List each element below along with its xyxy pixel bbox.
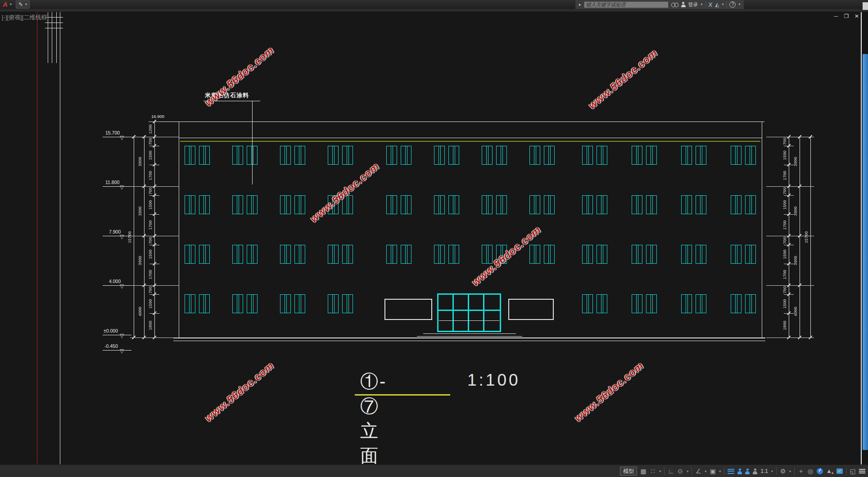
statusbar-divider (664, 467, 665, 475)
grid-fragment-line (45, 22, 63, 23)
infocenter: ▸ 登录 ▾ X ◭ ▾ ? ▾ (575, 0, 744, 9)
search-icon[interactable] (671, 3, 678, 7)
facade-window (597, 195, 607, 214)
drawing-canvas[interactable]: [-][俯视][二维线框] ─ ❐ ✕ 16.90015.700▽11.800▽… (0, 12, 863, 464)
graphics-performance[interactable] (817, 468, 823, 474)
object-snap-tracking-toggle-caret-icon[interactable]: ▾ (705, 469, 706, 473)
facade-window (482, 146, 493, 165)
entrance-transom (439, 310, 500, 311)
facade-window (294, 245, 305, 264)
polar-tracking-toggle-icon[interactable]: ⊙ (677, 467, 683, 476)
dimension-extension-stub (784, 146, 794, 146)
elevation-triangle-icon: ▽ (120, 135, 124, 140)
entrance-mullion (468, 295, 469, 331)
viewport-visual-style-control[interactable]: [二维线框] (22, 14, 49, 21)
floor-extension-line (766, 236, 814, 236)
dimension-value: 1700 (148, 270, 153, 279)
facade-window (434, 146, 445, 165)
dimension-extension-stub (784, 313, 794, 314)
dimension-value: 1700 (782, 220, 787, 230)
facade-window (401, 245, 411, 264)
annotation-scale-value[interactable]: 1:1 (760, 468, 768, 474)
facade-window (328, 294, 339, 313)
elevation-triangle-icon: ▽ (120, 185, 124, 189)
a360-icon[interactable]: ◭ (715, 1, 719, 8)
facade-window (294, 146, 305, 165)
dimension-value: 1500 (782, 150, 787, 160)
search-input[interactable] (584, 1, 669, 8)
scrollbar-thumb[interactable] (863, 54, 868, 450)
elevation-triangle-icon: ▽ (120, 284, 124, 288)
facade-window (294, 195, 305, 214)
workspace-switch-icon[interactable]: ⚙ (780, 467, 786, 476)
help-icon[interactable]: ? (729, 1, 736, 8)
elevation-line (103, 350, 131, 351)
entrance-door-line (439, 320, 499, 321)
facade-window (199, 294, 210, 313)
customization-menu[interactable] (859, 469, 865, 473)
drawing-close-button[interactable]: ✕ (854, 13, 860, 19)
object-snap-toggle-icon[interactable]: ▣ (710, 467, 716, 476)
polar-tracking-toggle-caret-icon[interactable]: ▾ (687, 469, 688, 473)
scrollbar-top-cap[interactable] (863, 2, 868, 10)
ortho-toggle-icon[interactable]: ∟ (668, 467, 674, 476)
facade-window (646, 195, 657, 214)
dimension-value: 1500 (782, 200, 787, 209)
scrollbar-track[interactable] (863, 12, 868, 464)
annotation-visibility-toggle[interactable] (737, 468, 742, 474)
parapet-top-line (176, 122, 764, 122)
customize-plus-icon[interactable]: + (798, 467, 804, 476)
annotation-scale-icon[interactable] (753, 468, 757, 474)
titlebar-divider (726, 1, 727, 8)
facade-window (529, 195, 540, 214)
lineweight-toggle[interactable] (728, 469, 734, 474)
drawing-minimize-button[interactable]: ─ (833, 13, 839, 19)
annotation-scale-value-caret-icon[interactable]: ▾ (771, 469, 773, 473)
dimension-value: 1500 (782, 299, 787, 308)
snap-mode-toggle-caret-icon[interactable]: ▾ (659, 469, 661, 473)
dimension-value: 4000 (138, 306, 142, 316)
ground-line (173, 338, 765, 338)
grid-display-toggle-icon[interactable]: ▦ (640, 467, 646, 476)
facade-window (544, 146, 555, 165)
drawing-window-controls: ─ ❐ ✕ (833, 13, 860, 19)
signin-caret-icon[interactable]: ▾ (701, 0, 703, 9)
facade-window (199, 195, 210, 214)
object-snap-toggle-caret-icon[interactable]: ▾ (719, 469, 721, 473)
autocad-logo-icon[interactable]: A (1, 0, 9, 8)
dimension-value: 1700 (782, 270, 787, 279)
signin-avatar-icon[interactable] (681, 2, 686, 7)
model-toggle[interactable]: 模型 (620, 467, 637, 476)
dimension-chain-line (810, 137, 811, 338)
quick-access-toolbar[interactable]: ✎ ▾ (16, 0, 30, 9)
object-snap-tracking-toggle-icon[interactable]: ∠ (695, 467, 701, 476)
isolate-objects-icon[interactable]: ◎ (807, 467, 814, 476)
facade-window (745, 294, 756, 313)
drawing-restore-button[interactable]: ❐ (843, 13, 850, 19)
signin-label[interactable]: 登录 (688, 1, 698, 8)
logo-caret-icon[interactable]: ▾ (10, 0, 12, 9)
clean-screen-icon[interactable]: ◱ (850, 467, 856, 476)
dimension-value: 15700 (804, 231, 809, 243)
quick-access-caret-icon[interactable]: ▾ (25, 0, 27, 9)
infocenter-collapse-icon[interactable]: ▸ (579, 2, 581, 7)
dimension-extension-stub (784, 214, 794, 215)
floor-extension-line (130, 285, 179, 286)
exchange-apps-icon[interactable]: X (709, 1, 713, 8)
facade-window (745, 195, 756, 214)
watermark-text: www.56doc.com (586, 47, 660, 112)
quick-access-icon[interactable]: ✎ (18, 1, 23, 8)
entrance-step-line (417, 336, 522, 337)
dimension-chain-line (144, 137, 145, 338)
annotation-autoscale-toggle[interactable] (745, 468, 750, 474)
workspace-switch-caret-icon[interactable]: ▾ (789, 469, 791, 473)
snap-mode-toggle-icon[interactable]: ∷ (650, 467, 656, 476)
a360-caret-icon[interactable]: ▾ (722, 0, 723, 9)
dimension-chain-line (154, 122, 155, 338)
viewport-view-control[interactable]: [俯视] (7, 14, 22, 21)
viewport-minus-control[interactable]: [-] (2, 14, 7, 21)
help-caret-icon[interactable]: ▾ (738, 0, 740, 9)
units-check[interactable]: ✔ (836, 468, 843, 474)
facade-window (681, 294, 692, 313)
view-warning[interactable]: ▲▲ (826, 468, 833, 474)
